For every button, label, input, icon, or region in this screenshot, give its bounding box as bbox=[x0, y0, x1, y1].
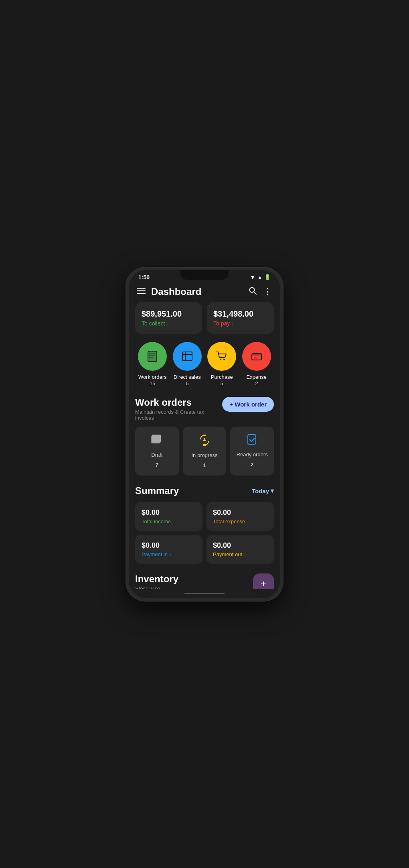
payment-out-arrow-icon: ↑ bbox=[244, 551, 247, 557]
direct-sales-icon-circle bbox=[173, 342, 202, 371]
svg-point-10 bbox=[149, 353, 150, 354]
up-arrow-icon: ↑ bbox=[231, 320, 234, 327]
purchase-icon-circle bbox=[207, 342, 236, 371]
finance-cards-row: $89,951.00 To collect ↓ $31,498.00 To pa… bbox=[135, 302, 274, 334]
collect-amount: $89,951.00 bbox=[142, 309, 196, 319]
in-progress-card[interactable]: In progress 1 bbox=[183, 427, 227, 476]
in-progress-label: In progress bbox=[191, 452, 217, 458]
draft-icon bbox=[150, 434, 163, 448]
payment-in-label: Payment in ↓ bbox=[142, 551, 196, 557]
summary-cards-container: $0.00 Total income $0.00 Total expense $… bbox=[135, 502, 274, 564]
work-orders-subtitle: Maintain records & Create tax invoices bbox=[135, 409, 222, 421]
side-button bbox=[280, 358, 283, 382]
direct-sales-label: Direct sales 5 bbox=[174, 374, 201, 388]
svg-rect-13 bbox=[182, 352, 192, 361]
summary-title: Summary bbox=[135, 485, 179, 496]
page-title: Dashboard bbox=[151, 286, 249, 297]
pay-card[interactable]: $31,498.00 To pay ↑ bbox=[207, 302, 274, 334]
draft-count: 7 bbox=[156, 462, 158, 468]
pay-amount: $31,498.00 bbox=[213, 309, 267, 319]
fab-add-button[interactable]: + bbox=[253, 573, 274, 588]
svg-rect-22 bbox=[152, 435, 161, 443]
phone-frame: 1:50 ▼ ▲ 🔋 Dashboard bbox=[126, 268, 283, 601]
work-orders-quick[interactable]: Work orders 15 bbox=[138, 342, 167, 388]
svg-rect-1 bbox=[137, 291, 146, 292]
menu-icon[interactable] bbox=[137, 287, 146, 296]
payment-out-label: Payment out ↑ bbox=[213, 551, 267, 557]
notch bbox=[180, 270, 229, 280]
draft-card[interactable]: Draft 7 bbox=[135, 427, 179, 476]
pay-label: To pay ↑ bbox=[213, 320, 267, 327]
work-orders-section-title: Work orders bbox=[135, 397, 222, 408]
work-orders-section-header: Work orders Maintain records & Create ta… bbox=[135, 397, 274, 421]
total-income-label: Total income bbox=[142, 518, 196, 524]
total-expense-amount: $0.00 bbox=[213, 508, 267, 517]
draft-label: Draft bbox=[151, 452, 162, 458]
inventory-subtitle: Stock wise bbox=[135, 585, 179, 588]
in-progress-icon bbox=[199, 434, 210, 448]
summary-bottom-row: $0.00 Payment in ↓ $0.00 Payment out ↑ bbox=[135, 535, 274, 564]
home-bar bbox=[129, 589, 280, 598]
payment-out-card[interactable]: $0.00 Payment out ↑ bbox=[207, 535, 274, 564]
svg-rect-0 bbox=[137, 288, 146, 289]
payment-in-amount: $0.00 bbox=[142, 541, 196, 550]
expense-icon-circle bbox=[242, 342, 271, 371]
total-expense-label: Total expense bbox=[213, 518, 267, 524]
svg-point-12 bbox=[149, 357, 150, 358]
payment-in-arrow-icon: ↓ bbox=[169, 551, 172, 557]
search-icon[interactable] bbox=[249, 287, 257, 297]
signal-icon: ▲ bbox=[257, 274, 263, 281]
main-content: $89,951.00 To collect ↓ $31,498.00 To pa… bbox=[129, 302, 280, 589]
inventory-title-area: Inventory Stock wise Stock value : $7... bbox=[135, 573, 179, 588]
svg-rect-19 bbox=[252, 354, 261, 356]
svg-marker-25 bbox=[203, 438, 206, 441]
work-orders-label: Work orders 15 bbox=[138, 374, 167, 388]
expense-quick[interactable]: Expense 2 bbox=[242, 342, 271, 388]
chevron-down-icon: ▾ bbox=[271, 487, 274, 494]
purchase-quick[interactable]: Purchase 5 bbox=[207, 342, 236, 388]
collect-label: To collect ↓ bbox=[142, 320, 196, 327]
status-icons: ▼ ▲ 🔋 bbox=[250, 274, 271, 281]
ready-orders-icon bbox=[246, 434, 258, 447]
payment-out-amount: $0.00 bbox=[213, 541, 267, 550]
inventory-title: Inventory bbox=[135, 573, 179, 585]
wifi-icon: ▼ bbox=[250, 274, 255, 281]
svg-rect-2 bbox=[137, 293, 146, 294]
work-orders-title-area: Work orders Maintain records & Create ta… bbox=[135, 397, 222, 421]
svg-rect-24 bbox=[203, 444, 206, 446]
svg-rect-23 bbox=[203, 435, 206, 436]
ready-orders-count: 2 bbox=[251, 461, 253, 468]
add-work-order-button[interactable]: + Work order bbox=[222, 397, 274, 412]
payment-in-card[interactable]: $0.00 Payment in ↓ bbox=[135, 535, 202, 564]
svg-point-16 bbox=[220, 359, 221, 360]
app-header: Dashboard ⋮ bbox=[129, 283, 280, 302]
status-time: 1:50 bbox=[138, 274, 150, 281]
summary-top-row: $0.00 Total income $0.00 Total expense bbox=[135, 502, 274, 531]
collect-card[interactable]: $89,951.00 To collect ↓ bbox=[135, 302, 202, 334]
svg-line-4 bbox=[254, 292, 256, 294]
down-arrow-icon: ↓ bbox=[166, 320, 169, 327]
total-income-card[interactable]: $0.00 Total income bbox=[135, 502, 202, 531]
more-options-icon[interactable]: ⋮ bbox=[263, 287, 272, 297]
quick-access-row: Work orders 15 Direct sales 5 bbox=[135, 342, 274, 388]
total-income-amount: $0.00 bbox=[142, 508, 196, 517]
summary-section-header: Summary Today ▾ bbox=[135, 485, 274, 496]
total-expense-card[interactable]: $0.00 Total expense bbox=[207, 502, 274, 531]
period-dropdown[interactable]: Today ▾ bbox=[252, 487, 274, 494]
purchase-label: Purchase 5 bbox=[211, 374, 233, 388]
expense-label: Expense 2 bbox=[246, 374, 267, 388]
header-actions: ⋮ bbox=[249, 287, 272, 297]
work-order-status-cards: Draft 7 In progress 1 bbox=[135, 427, 274, 476]
svg-rect-26 bbox=[248, 435, 256, 444]
battery-icon: 🔋 bbox=[264, 274, 271, 280]
home-indicator bbox=[184, 593, 225, 594]
inventory-section-header: Inventory Stock wise Stock value : $7...… bbox=[135, 573, 274, 588]
ready-orders-card[interactable]: Ready orders 2 bbox=[230, 427, 274, 476]
in-progress-count: 1 bbox=[203, 462, 206, 468]
work-orders-icon-circle bbox=[138, 342, 167, 371]
svg-point-11 bbox=[149, 355, 150, 356]
svg-point-17 bbox=[223, 359, 225, 360]
phone-screen: 1:50 ▼ ▲ 🔋 Dashboard bbox=[129, 270, 280, 598]
direct-sales-quick[interactable]: Direct sales 5 bbox=[173, 342, 202, 388]
ready-orders-label: Ready orders bbox=[237, 451, 268, 457]
